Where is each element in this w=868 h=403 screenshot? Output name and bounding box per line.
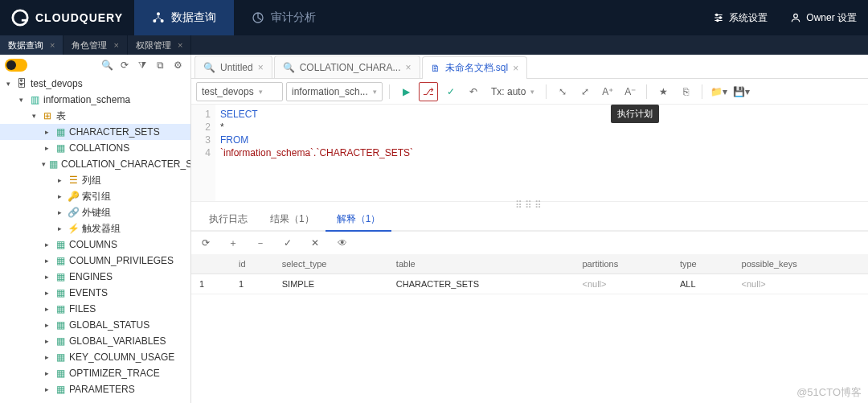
close-icon[interactable]: × bbox=[113, 40, 118, 50]
copy-icon[interactable]: ⧉ bbox=[152, 57, 168, 73]
column-header[interactable]: type bbox=[672, 254, 734, 274]
sql-editor[interactable]: 1234 SELECT * FROM `information_schema`.… bbox=[191, 105, 868, 201]
schema-select[interactable]: information_sch...▾ bbox=[286, 82, 383, 101]
tree-table-item[interactable]: ▸▦ENGINES bbox=[0, 269, 190, 285]
table-icon: ▦ bbox=[55, 239, 66, 250]
close-icon[interactable]: × bbox=[406, 62, 411, 73]
sliders-icon bbox=[713, 12, 724, 23]
tree-table-item[interactable]: ▸▦EVENTS bbox=[0, 285, 190, 301]
divider bbox=[702, 84, 702, 99]
rollback-button[interactable]: ↶ bbox=[464, 82, 483, 101]
plus-icon[interactable]: ＋ bbox=[225, 235, 241, 251]
table-row[interactable]: 1 1 SIMPLE CHARACTER_SETS <null> ALL <nu… bbox=[191, 274, 868, 294]
file-icon: 🗎 bbox=[431, 63, 440, 74]
brand-text: CLOUDQUERY bbox=[35, 11, 123, 24]
close-icon[interactable]: × bbox=[513, 63, 518, 74]
result-tab-log[interactable]: 执行日志 bbox=[198, 207, 259, 231]
filter-icon[interactable]: ⧩ bbox=[134, 57, 150, 73]
tree-schema[interactable]: ▾▥information_schema bbox=[0, 92, 190, 108]
watermark: @51CTO博客 bbox=[796, 385, 862, 400]
close-icon[interactable]: × bbox=[258, 62, 264, 73]
sql-icon: 🔍 bbox=[203, 62, 215, 73]
refresh-icon[interactable]: ⟳ bbox=[117, 57, 133, 73]
table-icon: ▦ bbox=[55, 384, 66, 395]
result-tab-bar: 执行日志 结果（1） 解释（1） bbox=[191, 208, 868, 232]
star-icon[interactable]: ★ bbox=[653, 82, 673, 101]
x-icon[interactable]: ✕ bbox=[307, 235, 323, 251]
tree-table-item[interactable]: ▸▦GLOBAL_STATUS bbox=[0, 317, 190, 333]
close-icon[interactable]: × bbox=[50, 40, 55, 50]
editor-tab[interactable]: 🔍COLLATION_CHARA...× bbox=[274, 56, 420, 78]
chart-icon bbox=[252, 11, 264, 24]
svg-point-8 bbox=[717, 19, 719, 21]
tree-table-item[interactable]: ▸▦COLLATIONS bbox=[0, 140, 190, 156]
tree-db-root[interactable]: ▾🗄test_devops bbox=[0, 76, 190, 92]
close-icon[interactable]: × bbox=[178, 40, 182, 50]
tree-tables[interactable]: ▾⊞表 bbox=[0, 108, 190, 124]
gear-icon[interactable]: ⚙ bbox=[170, 57, 186, 73]
sec-tab-data-query[interactable]: 数据查询× bbox=[0, 35, 63, 55]
refresh-icon[interactable]: ⟳ bbox=[198, 235, 214, 251]
commit-button[interactable]: ✓ bbox=[441, 82, 461, 101]
tree-sub-item[interactable]: ▸🔑索引组 bbox=[0, 188, 190, 204]
svg-point-6 bbox=[716, 14, 718, 15]
table-icon: ▦ bbox=[55, 271, 66, 282]
sec-tab-perm[interactable]: 权限管理× bbox=[128, 35, 191, 55]
result-tab-result[interactable]: 结果（1） bbox=[259, 207, 326, 231]
explain-button[interactable]: ⎇ bbox=[419, 82, 438, 101]
theme-toggle[interactable] bbox=[5, 59, 27, 72]
font-inc-icon[interactable]: A⁺ bbox=[598, 82, 617, 101]
top-tab-audit[interactable]: 审计分析 bbox=[234, 0, 334, 35]
tree-table-item[interactable]: ▸▦OPTIMIZER_TRACE bbox=[0, 365, 190, 381]
expand-icon[interactable]: ⤢ bbox=[575, 82, 595, 101]
tree-table-item[interactable]: ▸▦FILES bbox=[0, 301, 190, 317]
collapse-icon[interactable]: ⤡ bbox=[553, 82, 572, 101]
tree-table-item[interactable]: ▸▦CHARACTER_SETS bbox=[0, 124, 190, 140]
column-header[interactable]: possible_keys bbox=[734, 254, 868, 274]
search-icon[interactable]: 🔍 bbox=[99, 57, 115, 73]
editor-tab[interactable]: 🗎未命名文档.sql× bbox=[422, 56, 528, 79]
column-header[interactable] bbox=[191, 254, 231, 274]
divider bbox=[546, 84, 547, 99]
owner-settings-link[interactable]: Owner 设置 bbox=[779, 11, 868, 25]
tree-table-item[interactable]: ▸▦GLOBAL_VARIABLES bbox=[0, 333, 190, 349]
eye-icon[interactable]: 👁 bbox=[334, 235, 350, 251]
divider bbox=[646, 84, 647, 99]
tree-table-item[interactable]: ▸▦COLUMN_PRIVILEGES bbox=[0, 253, 190, 269]
line-gutter: 1234 bbox=[191, 105, 215, 201]
logo-icon bbox=[11, 9, 29, 27]
tree-table-item[interactable]: ▸▦KEY_COLUMN_USAGE bbox=[0, 349, 190, 365]
editor-tab[interactable]: 🔍Untitled× bbox=[194, 56, 272, 78]
folder-icon[interactable]: 📁▾ bbox=[709, 82, 728, 101]
group-icon: 🔗 bbox=[68, 207, 79, 218]
column-header[interactable]: id bbox=[231, 254, 274, 274]
system-settings-link[interactable]: 系统设置 bbox=[702, 11, 779, 25]
db-select[interactable]: test_devops▾ bbox=[196, 82, 283, 101]
tooltip: 执行计划 bbox=[611, 105, 659, 123]
run-button[interactable]: ▶ bbox=[396, 82, 416, 101]
tree-sub-item[interactable]: ▸🔗外键组 bbox=[0, 204, 190, 220]
column-header[interactable]: partitions bbox=[575, 254, 672, 274]
tree-table-item[interactable]: ▸▦COLUMNS bbox=[0, 236, 190, 253]
minus-icon[interactable]: － bbox=[252, 235, 268, 251]
column-header[interactable]: select_type bbox=[274, 254, 388, 274]
tree-table-item[interactable]: ▸▦PARAMETERS bbox=[0, 381, 190, 397]
column-header[interactable]: table bbox=[388, 254, 575, 274]
code-content[interactable]: SELECT * FROM `information_schema`.`CHAR… bbox=[215, 105, 868, 201]
clipboard-icon[interactable]: ⎘ bbox=[676, 82, 695, 101]
logo: CLOUDQUERY bbox=[0, 9, 134, 27]
top-tab-data-query[interactable]: 数据查询 bbox=[134, 0, 234, 35]
network-icon bbox=[152, 11, 165, 24]
sql-icon: 🔍 bbox=[283, 62, 295, 73]
table-icon: ▦ bbox=[49, 158, 58, 170]
svg-point-9 bbox=[794, 14, 798, 18]
sec-tab-role[interactable]: 角色管理× bbox=[63, 35, 127, 55]
font-dec-icon[interactable]: A⁻ bbox=[620, 82, 640, 101]
tree-sub-item[interactable]: ▸⚡触发器组 bbox=[0, 220, 190, 236]
check-icon[interactable]: ✓ bbox=[280, 235, 296, 251]
save-icon[interactable]: 💾▾ bbox=[731, 82, 751, 101]
result-tab-explain[interactable]: 解释（1） bbox=[326, 208, 392, 232]
tree-sub-item[interactable]: ▸☰列组 bbox=[0, 172, 190, 188]
tx-select[interactable]: Tx: auto▾ bbox=[486, 82, 539, 101]
tree-table-item[interactable]: ▾▦COLLATION_CHARACTER_SET bbox=[0, 156, 190, 172]
